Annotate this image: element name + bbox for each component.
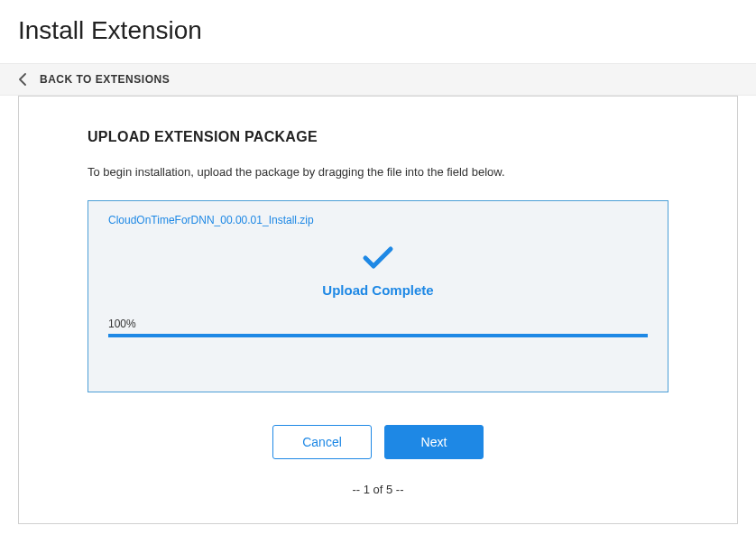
- page-title: Install Extension: [0, 0, 756, 63]
- next-button[interactable]: Next: [384, 425, 484, 459]
- upload-status-text: Upload Complete: [108, 282, 648, 298]
- uploaded-file-name: CloudOnTimeForDNN_00.00.01_Install.zip: [108, 214, 648, 226]
- button-row: Cancel Next: [88, 425, 668, 459]
- progress-bar: [108, 334, 648, 337]
- progress-bar-fill: [108, 334, 648, 337]
- step-indicator: -- 1 of 5 --: [88, 483, 668, 496]
- progress-percent-label: 100%: [108, 318, 648, 330]
- chevron-left-icon: [18, 73, 27, 86]
- section-title: UPLOAD EXTENSION PACKAGE: [88, 129, 668, 145]
- checkmark-icon: [362, 244, 394, 273]
- upload-drop-zone[interactable]: CloudOnTimeForDNN_00.00.01_Install.zip U…: [88, 200, 668, 392]
- back-label: BACK TO EXTENSIONS: [40, 73, 170, 86]
- back-navigation-bar[interactable]: BACK TO EXTENSIONS: [0, 63, 756, 96]
- cancel-button[interactable]: Cancel: [272, 425, 372, 459]
- upload-status-icon-row: [108, 244, 648, 273]
- content-panel: UPLOAD EXTENSION PACKAGE To begin instal…: [18, 96, 738, 524]
- section-description: To begin installation, upload the packag…: [88, 165, 668, 179]
